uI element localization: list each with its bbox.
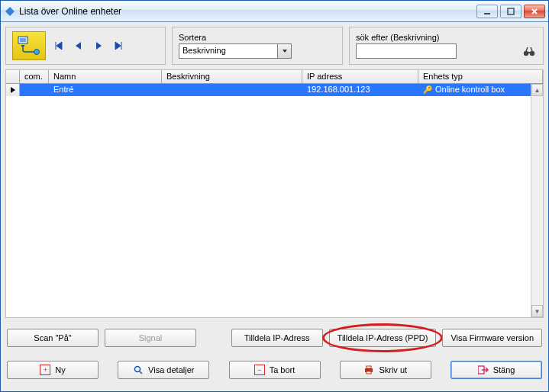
magnifier-icon bbox=[133, 365, 144, 375]
device-grid: com. Namn Beskrivning IP adress Enhets t… bbox=[5, 69, 544, 318]
nav-last-button[interactable] bbox=[111, 39, 125, 53]
sort-label: Sortera bbox=[179, 33, 206, 42]
close-dialog-button[interactable]: Stäng bbox=[451, 361, 542, 379]
search-label: sök efter (Beskrivning) bbox=[356, 33, 439, 42]
svg-rect-4 bbox=[21, 45, 24, 47]
nav-first-button[interactable] bbox=[52, 39, 66, 53]
device-type-icon: 🔑 bbox=[423, 85, 432, 94]
toolbar: Sortera Beskrivning sök efter (Beskrivni… bbox=[5, 27, 544, 65]
col-header-name[interactable]: Namn bbox=[49, 70, 162, 83]
search-input[interactable] bbox=[356, 43, 457, 59]
nav-next-button[interactable] bbox=[92, 39, 105, 53]
signal-button: Signal bbox=[105, 329, 196, 347]
cell-ip: 192.168.001.123 bbox=[302, 84, 418, 96]
plus-icon: + bbox=[40, 365, 50, 375]
chevron-down-icon bbox=[277, 44, 291, 58]
vertical-scrollbar[interactable]: ▲ ▼ bbox=[531, 84, 543, 317]
svg-rect-12 bbox=[367, 371, 371, 374]
nav-prev-button[interactable] bbox=[72, 39, 86, 53]
svg-rect-0 bbox=[484, 13, 490, 14]
row-marker-header bbox=[6, 70, 20, 83]
network-icon bbox=[12, 31, 46, 60]
col-header-desc[interactable]: Beskrivning bbox=[162, 70, 302, 83]
app-icon bbox=[4, 5, 16, 18]
svg-point-9 bbox=[135, 367, 140, 372]
cell-desc bbox=[162, 84, 302, 96]
sort-panel: Sortera Beskrivning bbox=[172, 27, 343, 65]
nav-panel bbox=[5, 27, 166, 65]
print-button[interactable]: Skriv ut bbox=[340, 361, 431, 379]
footer-row: + Ny Visa detaljer − Ta bort Skriv ut bbox=[5, 355, 544, 387]
col-header-type[interactable]: Enhets typ bbox=[418, 70, 543, 83]
new-button[interactable]: + Ny bbox=[7, 361, 98, 379]
svg-rect-3 bbox=[20, 38, 26, 42]
action-row: Scan "På" Signal Tilldela IP-Adress Till… bbox=[5, 323, 544, 350]
svg-point-5 bbox=[34, 50, 40, 55]
cell-name: Entré bbox=[49, 84, 162, 96]
sort-combo[interactable]: Beskrivning bbox=[179, 43, 292, 59]
minus-icon: − bbox=[254, 365, 265, 375]
scroll-down-button[interactable]: ▼ bbox=[531, 305, 543, 317]
search-panel: sök efter (Beskrivning) bbox=[349, 27, 544, 65]
col-header-com[interactable]: com. bbox=[20, 70, 49, 83]
details-button[interactable]: Visa detaljer bbox=[118, 361, 209, 379]
svg-rect-8 bbox=[528, 52, 531, 53]
firmware-button[interactable]: Visa Firmware version bbox=[442, 329, 542, 347]
find-button[interactable] bbox=[522, 44, 537, 59]
cell-type: 🔑Online kontroll box bbox=[418, 84, 543, 96]
scan-button[interactable]: Scan "På" bbox=[7, 329, 98, 347]
titlebar: Lista över Online enheter bbox=[1, 1, 548, 22]
printer-icon bbox=[363, 365, 374, 375]
svg-rect-1 bbox=[508, 8, 514, 14]
scroll-up-button[interactable]: ▲ bbox=[531, 84, 543, 96]
window-title: Lista över Online enheter bbox=[19, 6, 476, 17]
col-header-ip[interactable]: IP adress bbox=[302, 70, 418, 83]
minimize-button[interactable] bbox=[476, 5, 498, 18]
assign-ip-ppd-button[interactable]: Tilldela IP-Adress (PPD) bbox=[329, 329, 437, 347]
close-button[interactable] bbox=[524, 5, 545, 18]
maximize-button[interactable] bbox=[500, 5, 522, 18]
assign-ip-button[interactable]: Tilldela IP-Adress bbox=[231, 329, 323, 347]
svg-rect-11 bbox=[367, 366, 371, 368]
current-row-icon bbox=[6, 84, 20, 96]
exit-icon bbox=[478, 365, 489, 375]
cell-com bbox=[20, 84, 49, 96]
sort-value: Beskrivning bbox=[179, 44, 277, 58]
delete-button[interactable]: − Ta bort bbox=[229, 361, 321, 379]
grid-header: com. Namn Beskrivning IP adress Enhets t… bbox=[6, 70, 543, 84]
table-row[interactable]: Entré 192.168.001.123 🔑Online kontroll b… bbox=[6, 84, 543, 96]
